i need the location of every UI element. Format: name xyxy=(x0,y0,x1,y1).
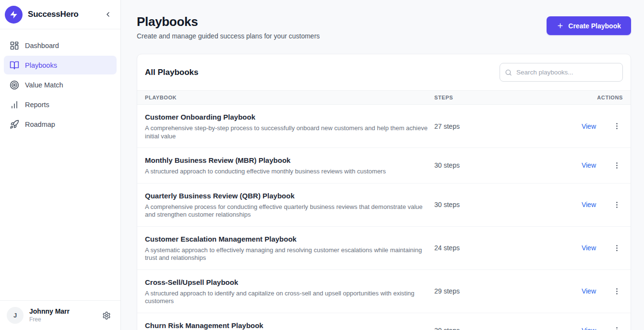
playbook-steps: 27 steps xyxy=(434,122,542,130)
gear-icon xyxy=(102,311,111,320)
dashboard-icon xyxy=(10,41,19,50)
table-row: Cross-Sell/Upsell Playbook A structured … xyxy=(137,270,631,313)
playbook-steps: 30 steps xyxy=(434,327,542,330)
playbook-name: Churn Risk Management Playbook xyxy=(145,321,434,330)
table-row: Churn Risk Management Playbook A proacti… xyxy=(137,313,631,330)
user-plan-badge: Free xyxy=(29,316,94,323)
card-title: All Playbooks xyxy=(145,68,198,77)
playbook-name: Monthly Business Review (MBR) Playbook xyxy=(145,156,434,164)
table-row: Customer Onboarding Playbook A comprehen… xyxy=(137,105,631,148)
kebab-menu-icon xyxy=(613,161,621,170)
playbook-description: A structured approach to conducting effe… xyxy=(145,168,434,176)
table-row: Quarterly Business Review (QBR) Playbook… xyxy=(137,183,631,227)
row-menu-button[interactable] xyxy=(610,242,623,254)
sidebar-item-roadmap[interactable]: Roadmap xyxy=(4,115,117,134)
sidebar: SuccessHero Dashboard Playbooks Value Ma… xyxy=(0,0,121,330)
kebab-menu-icon xyxy=(613,122,621,130)
row-menu-button[interactable] xyxy=(610,159,623,171)
sidebar-item-label: Value Match xyxy=(25,81,63,89)
kebab-menu-icon xyxy=(613,244,621,252)
row-menu-button[interactable] xyxy=(610,120,623,133)
search-input[interactable] xyxy=(500,63,623,82)
view-link[interactable]: View xyxy=(582,161,596,169)
sidebar-item-label: Roadmap xyxy=(25,121,55,128)
column-header-playbook: Playbook xyxy=(145,95,434,100)
kebab-menu-icon xyxy=(613,326,621,330)
playbook-description: A comprehensive step-by-step process to … xyxy=(145,124,434,140)
card-header: All Playbooks xyxy=(137,54,631,90)
chevron-left-icon xyxy=(104,11,112,18)
row-menu-button[interactable] xyxy=(610,198,623,211)
playbook-description: A structured approach to identify and ca… xyxy=(145,290,434,306)
row-menu-button[interactable] xyxy=(610,285,623,297)
sidebar-item-dashboard[interactable]: Dashboard xyxy=(4,36,117,55)
view-link[interactable]: View xyxy=(582,122,596,130)
search-box xyxy=(500,63,623,82)
view-link[interactable]: View xyxy=(582,327,596,330)
playbooks-card: All Playbooks Playbook Steps Actions Cus… xyxy=(137,54,631,330)
column-header-steps: Steps xyxy=(434,95,542,100)
create-playbook-button[interactable]: Create Playbook xyxy=(547,16,631,35)
target-icon xyxy=(10,80,19,90)
sidebar-item-label: Dashboard xyxy=(25,42,59,49)
playbook-steps: 30 steps xyxy=(434,201,542,208)
zap-icon xyxy=(9,10,18,19)
user-name: Johnny Marr xyxy=(29,307,94,316)
sidebar-item-value-match[interactable]: Value Match xyxy=(4,75,117,94)
book-open-icon xyxy=(10,61,19,70)
playbook-steps: 24 steps xyxy=(434,244,542,252)
view-link[interactable]: View xyxy=(582,244,596,252)
plus-icon xyxy=(557,22,564,29)
view-link[interactable]: View xyxy=(582,287,596,295)
main-content: Playbooks Create and manage guided succe… xyxy=(121,0,644,330)
sidebar-item-label: Reports xyxy=(25,101,49,109)
sidebar-collapse-button[interactable] xyxy=(101,8,115,21)
sidebar-header: SuccessHero xyxy=(0,0,120,29)
sidebar-item-playbooks[interactable]: Playbooks xyxy=(4,56,117,74)
playbook-name: Quarterly Business Review (QBR) Playbook xyxy=(145,192,434,200)
view-link[interactable]: View xyxy=(582,201,596,208)
column-header-actions: Actions xyxy=(542,95,623,100)
bar-chart-icon xyxy=(10,100,19,110)
kebab-menu-icon xyxy=(613,201,621,209)
table-body: Customer Onboarding Playbook A comprehen… xyxy=(137,105,631,330)
table-header: Playbook Steps Actions xyxy=(137,90,631,105)
playbook-name: Cross-Sell/Upsell Playbook xyxy=(145,278,434,286)
rocket-icon xyxy=(10,120,19,129)
table-row: Monthly Business Review (MBR) Playbook A… xyxy=(137,148,631,183)
page-header: Playbooks Create and manage guided succe… xyxy=(137,14,631,40)
sidebar-item-reports[interactable]: Reports xyxy=(4,95,117,114)
row-menu-button[interactable] xyxy=(610,324,623,330)
page-title: Playbooks xyxy=(137,14,320,29)
playbook-description: A comprehensive process for conducting e… xyxy=(145,203,434,219)
settings-button[interactable] xyxy=(99,308,114,323)
sidebar-item-label: Playbooks xyxy=(25,61,57,69)
sidebar-nav: Dashboard Playbooks Value Match Reports … xyxy=(0,29,120,300)
app-title: SuccessHero xyxy=(28,10,96,19)
app-logo xyxy=(5,6,23,24)
user-section[interactable]: J Johnny Marr Free xyxy=(0,300,120,330)
page-subtitle: Create and manage guided success plans f… xyxy=(137,32,320,40)
playbook-description: A systematic approach to effectively man… xyxy=(145,246,434,262)
playbook-name: Customer Escalation Management Playbook xyxy=(145,235,434,243)
avatar: J xyxy=(7,307,24,324)
playbook-steps: 30 steps xyxy=(434,161,542,169)
kebab-menu-icon xyxy=(613,287,621,295)
table-row: Customer Escalation Management Playbook … xyxy=(137,227,631,270)
playbook-name: Customer Onboarding Playbook xyxy=(145,113,434,121)
playbook-steps: 29 steps xyxy=(434,287,542,295)
